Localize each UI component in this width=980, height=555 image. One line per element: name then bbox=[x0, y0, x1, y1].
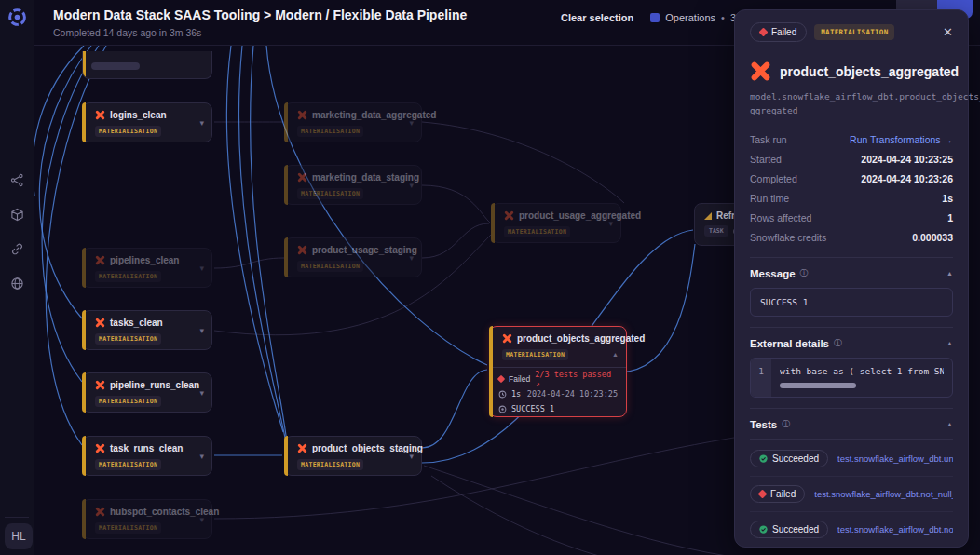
node-status-bar bbox=[489, 326, 493, 417]
node-status-bar bbox=[491, 203, 495, 243]
chevron-down-icon[interactable]: ▾ bbox=[199, 264, 204, 273]
chevron-down-icon[interactable]: ▾ bbox=[199, 388, 204, 398]
materialisation-badge: MATERIALISATION bbox=[297, 188, 363, 199]
dbt-icon bbox=[95, 507, 105, 517]
detail-value: 1s bbox=[942, 193, 953, 204]
graph-node-task_runs_clean[interactable]: task_runs_cleanMATERIALISATION▾ bbox=[82, 436, 212, 476]
chevron-down-icon[interactable]: ▾ bbox=[608, 219, 613, 228]
test-status-label: Succeeded bbox=[772, 524, 819, 535]
materialisation-badge: MATERIALISATION bbox=[504, 226, 570, 237]
products-cube-icon[interactable] bbox=[10, 208, 24, 225]
materialisation-badge: MATERIALISATION bbox=[95, 396, 161, 407]
node-name: pipelines_clean bbox=[110, 255, 179, 265]
graph-node-partial-top[interactable] bbox=[82, 51, 212, 79]
dbt-icon bbox=[95, 443, 105, 453]
breadcrumb-title: Modern Data Stack SAAS Tooling > Modern … bbox=[53, 7, 467, 22]
detail-row: Run time1s bbox=[750, 188, 953, 208]
web-globe-icon[interactable] bbox=[10, 277, 24, 294]
close-icon[interactable]: ✕ bbox=[943, 25, 953, 39]
chevron-down-icon[interactable]: ▾ bbox=[409, 181, 414, 190]
status-circle-icon bbox=[498, 405, 507, 413]
operations-filter[interactable]: Operations • 35 bbox=[650, 12, 742, 23]
test-link[interactable]: test.snowflake_airflow_dbt.not_null_pr bbox=[814, 489, 953, 499]
graph-node-product_objects_staging[interactable]: product_objects_stagingMATERIALISATION▾ bbox=[284, 436, 422, 476]
node-skeleton-bar bbox=[91, 62, 140, 70]
app-logo-icon[interactable] bbox=[7, 7, 27, 27]
node-message: SUCCESS 1 bbox=[511, 404, 554, 413]
sql-code-block: 1 with base as ( select 1 from SNOWFLAKE bbox=[750, 358, 953, 398]
chevron-down-icon[interactable]: ▾ bbox=[409, 452, 414, 461]
node-name: marketing_data_staging bbox=[312, 172, 419, 183]
test-row: Succeededtest.snowflake_airflow_dbt.not_… bbox=[750, 512, 953, 547]
node-status-bar bbox=[284, 436, 288, 476]
chevron-down-icon[interactable]: ▾ bbox=[199, 326, 204, 335]
graph-node-logins_clean[interactable]: logins_cleanMATERIALISATION▾ bbox=[82, 102, 212, 142]
detail-value: 1 bbox=[947, 212, 953, 223]
integrations-link-icon[interactable] bbox=[10, 242, 24, 260]
chevron-down-icon[interactable]: ▾ bbox=[199, 118, 204, 128]
tests-passed-link[interactable]: 2/3 tests passed ↗ bbox=[535, 370, 618, 388]
node-status-bar bbox=[82, 102, 86, 142]
materialisation-badge: MATERIALISATION bbox=[95, 271, 161, 282]
sql-code-line: with base as ( select 1 from SNOWFLAKE bbox=[780, 366, 944, 376]
clock-icon bbox=[498, 390, 507, 399]
status-badge: Failed bbox=[750, 22, 807, 42]
collapse-icon[interactable]: ▲ bbox=[946, 421, 953, 427]
graph-node-pipeline_runs_clean[interactable]: pipeline_runs_cleanMATERIALISATION▾ bbox=[82, 372, 212, 413]
failed-diamond-icon bbox=[497, 375, 505, 383]
materialisation-badge: MATERIALISATION bbox=[297, 126, 363, 137]
collapse-icon[interactable]: ▲ bbox=[946, 270, 953, 277]
graph-node-marketing_data_staging[interactable]: marketing_data_stagingMATERIALISATION▾ bbox=[284, 165, 422, 205]
detail-label: Task run bbox=[750, 134, 787, 145]
tests-heading: Tests bbox=[750, 419, 777, 430]
detail-label: Snowflake credits bbox=[750, 232, 826, 243]
node-status-bar bbox=[284, 102, 288, 142]
graph-node-hubspot_contacts_clean[interactable]: hubspot_contacts_cleanMATERIALISATION▾ bbox=[82, 499, 212, 539]
materialisation-badge: MATERIALISATION bbox=[297, 459, 363, 470]
collapse-icon[interactable]: ▲ bbox=[946, 340, 953, 346]
detail-value[interactable]: Run Transformations → bbox=[850, 134, 953, 145]
chevron-down-icon[interactable]: ▾ bbox=[199, 515, 204, 524]
pipelines-graph-icon[interactable] bbox=[10, 173, 24, 191]
graph-node-marketing_data_aggregated[interactable]: marketing_data_aggregatedMATERIALISATION… bbox=[284, 102, 422, 142]
panel-title: product_objects_aggregated bbox=[780, 64, 959, 79]
chevron-up-icon[interactable]: ▲ bbox=[612, 351, 619, 358]
chevron-down-icon[interactable]: ▾ bbox=[199, 452, 204, 461]
test-link[interactable]: test.snowflake_airflow_dbt.unique_pro bbox=[837, 453, 953, 464]
test-status-badge: Succeeded bbox=[750, 450, 828, 467]
node-name: logins_clean bbox=[110, 110, 167, 120]
node-name: product_usage_aggregated bbox=[519, 210, 641, 221]
warning-triangle-icon bbox=[704, 212, 712, 220]
chevron-down-icon[interactable]: ▾ bbox=[409, 253, 414, 263]
operations-icon bbox=[650, 13, 660, 22]
graph-node-pipelines_clean[interactable]: pipelines_cleanMATERIALISATION▾ bbox=[82, 248, 212, 288]
test-link[interactable]: test.snowflake_airflow_dbt.not_null_pr bbox=[837, 524, 953, 535]
operations-label: Operations bbox=[665, 12, 715, 23]
message-heading: Message bbox=[750, 268, 796, 279]
dbt-icon bbox=[95, 110, 105, 120]
graph-node-selected[interactable]: product_objects_aggregated ▲ MATERIALISA… bbox=[489, 326, 627, 417]
dbt-icon bbox=[297, 443, 307, 453]
node-detail-panel: Failed MATERIALISATION ✕ product_objects… bbox=[734, 9, 969, 548]
status-badge-label: Failed bbox=[771, 27, 796, 37]
clear-selection-button[interactable]: Clear selection bbox=[561, 12, 633, 23]
detail-row: Started2024-04-24 10:23:25 bbox=[750, 149, 953, 169]
chevron-down-icon[interactable]: ▾ bbox=[409, 118, 414, 128]
node-status-bar bbox=[82, 51, 86, 79]
node-timestamp: 2024-04-24 10:23:25 bbox=[527, 389, 618, 399]
graph-node-product_usage_staging[interactable]: product_usage_stagingMATERIALISATION▾ bbox=[284, 237, 422, 278]
test-row: Succeededtest.snowflake_airflow_dbt.uniq… bbox=[750, 441, 953, 477]
succeeded-check-icon bbox=[759, 525, 768, 534]
user-avatar[interactable]: HL bbox=[5, 523, 33, 549]
dot-separator: • bbox=[721, 12, 725, 23]
dbt-icon bbox=[95, 318, 105, 328]
node-status-bar bbox=[82, 310, 86, 350]
dbt-icon bbox=[504, 210, 514, 221]
horizontal-scrollbar[interactable] bbox=[780, 383, 856, 388]
graph-node-product_usage_aggregated[interactable]: product_usage_aggregatedMATERIALISATION▾ bbox=[491, 203, 621, 243]
materialisation-badge: MATERIALISATION bbox=[814, 24, 894, 40]
panel-details: Task runRun Transformations →Started2024… bbox=[750, 129, 953, 247]
graph-node-tasks_clean[interactable]: tasks_cleanMATERIALISATION▾ bbox=[82, 310, 212, 350]
test-row: Failedtest.snowflake_airflow_dbt.not_nul… bbox=[750, 477, 953, 512]
node-message-row: SUCCESS 1 bbox=[490, 401, 626, 416]
